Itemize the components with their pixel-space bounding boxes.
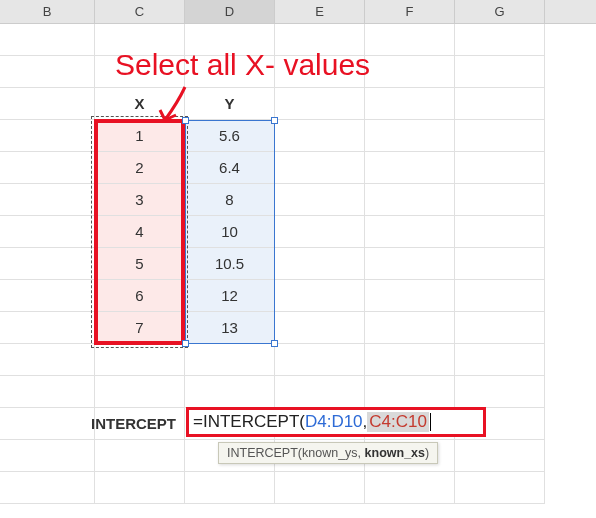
cell-C15[interactable] — [95, 472, 185, 504]
cell-B12[interactable] — [0, 376, 95, 408]
cell-G8[interactable] — [455, 248, 545, 280]
cell-B6[interactable] — [0, 184, 95, 216]
cell-C11[interactable] — [95, 344, 185, 376]
cell-G4[interactable] — [455, 120, 545, 152]
cell-B1[interactable] — [0, 24, 95, 56]
cell-B3[interactable] — [0, 88, 95, 120]
cell-E7[interactable] — [275, 216, 365, 248]
cell-D8[interactable]: 10.5 — [185, 248, 275, 280]
cell-D10[interactable]: 13 — [185, 312, 275, 344]
cell-D15[interactable] — [185, 472, 275, 504]
cell-G6[interactable] — [455, 184, 545, 216]
cell-D9[interactable]: 12 — [185, 280, 275, 312]
spreadsheet-grid[interactable]: B C D E F G X Y — [0, 0, 596, 518]
cell-B13[interactable] — [0, 408, 95, 440]
cell-E2[interactable] — [275, 56, 365, 88]
cell-F10[interactable] — [365, 312, 455, 344]
cell-B7[interactable] — [0, 216, 95, 248]
cell-G14[interactable] — [455, 440, 545, 472]
cell-D6[interactable]: 8 — [185, 184, 275, 216]
cell-C2[interactable] — [95, 56, 185, 88]
cell-C13-intercept-label[interactable]: INTERCEPT — [95, 408, 185, 440]
cell-F2[interactable] — [365, 56, 455, 88]
cell-C12[interactable] — [95, 376, 185, 408]
col-header-F[interactable]: F — [365, 0, 455, 23]
cell-F1[interactable] — [365, 24, 455, 56]
col-header-C[interactable]: C — [95, 0, 185, 23]
cell-C8[interactable]: 5 — [95, 248, 185, 280]
formula-input[interactable]: =INTERCEPT(D4:D10, C4:C10 — [186, 407, 486, 437]
cell-E1[interactable] — [275, 24, 365, 56]
row-3: X Y — [0, 88, 596, 120]
cell-E4[interactable] — [275, 120, 365, 152]
cell-B5[interactable] — [0, 152, 95, 184]
cell-B8[interactable] — [0, 248, 95, 280]
tooltip-arg1[interactable]: known_ys — [302, 446, 358, 460]
cell-D12[interactable] — [185, 376, 275, 408]
cell-B15[interactable] — [0, 472, 95, 504]
cell-F5[interactable] — [365, 152, 455, 184]
cell-E15[interactable] — [275, 472, 365, 504]
cell-D5[interactable]: 6.4 — [185, 152, 275, 184]
cell-B2[interactable] — [0, 56, 95, 88]
cell-C3-header-x[interactable]: X — [95, 88, 185, 120]
cell-C5[interactable]: 2 — [95, 152, 185, 184]
cell-C7[interactable]: 4 — [95, 216, 185, 248]
cell-F7[interactable] — [365, 216, 455, 248]
cell-G7[interactable] — [455, 216, 545, 248]
col-header-G[interactable]: G — [455, 0, 545, 23]
cell-G3[interactable] — [455, 88, 545, 120]
col-header-D[interactable]: D — [185, 0, 275, 23]
selection-handle-icon[interactable] — [271, 117, 278, 124]
cell-D1[interactable] — [185, 24, 275, 56]
cell-G11[interactable] — [455, 344, 545, 376]
cell-B9[interactable] — [0, 280, 95, 312]
cell-C1[interactable] — [95, 24, 185, 56]
cell-C14[interactable] — [95, 440, 185, 472]
cell-E11[interactable] — [275, 344, 365, 376]
selection-handle-icon[interactable] — [182, 340, 189, 347]
cell-G2[interactable] — [455, 56, 545, 88]
cell-G1[interactable] — [455, 24, 545, 56]
row-6: 3 8 — [0, 184, 596, 216]
cell-G15[interactable] — [455, 472, 545, 504]
col-header-E[interactable]: E — [275, 0, 365, 23]
cell-D4[interactable]: 5.6 — [185, 120, 275, 152]
cell-C10[interactable]: 7 — [95, 312, 185, 344]
cell-D3-header-y[interactable]: Y — [185, 88, 275, 120]
cell-F15[interactable] — [365, 472, 455, 504]
cell-E8[interactable] — [275, 248, 365, 280]
cell-E6[interactable] — [275, 184, 365, 216]
cell-G9[interactable] — [455, 280, 545, 312]
cell-F12[interactable] — [365, 376, 455, 408]
formula-tooltip[interactable]: INTERCEPT(known_ys, known_xs) — [218, 442, 438, 464]
cell-C9[interactable]: 6 — [95, 280, 185, 312]
cell-E5[interactable] — [275, 152, 365, 184]
cell-B14[interactable] — [0, 440, 95, 472]
cell-E3[interactable] — [275, 88, 365, 120]
cell-G12[interactable] — [455, 376, 545, 408]
cell-F4[interactable] — [365, 120, 455, 152]
cell-B10[interactable] — [0, 312, 95, 344]
cell-F3[interactable] — [365, 88, 455, 120]
cell-C6[interactable]: 3 — [95, 184, 185, 216]
cell-F8[interactable] — [365, 248, 455, 280]
selection-handle-icon[interactable] — [271, 340, 278, 347]
col-header-B[interactable]: B — [0, 0, 95, 23]
selection-handle-icon[interactable] — [182, 117, 189, 124]
cell-E12[interactable] — [275, 376, 365, 408]
cell-F9[interactable] — [365, 280, 455, 312]
cell-B11[interactable] — [0, 344, 95, 376]
tooltip-arg2[interactable]: known_xs — [365, 446, 425, 460]
cell-D2[interactable] — [185, 56, 275, 88]
cell-D7[interactable]: 10 — [185, 216, 275, 248]
cell-F11[interactable] — [365, 344, 455, 376]
cell-E9[interactable] — [275, 280, 365, 312]
cell-G5[interactable] — [455, 152, 545, 184]
cell-G10[interactable] — [455, 312, 545, 344]
cell-D11[interactable] — [185, 344, 275, 376]
cell-B4[interactable] — [0, 120, 95, 152]
cell-E10[interactable] — [275, 312, 365, 344]
cell-C4[interactable]: 1 — [95, 120, 185, 152]
cell-F6[interactable] — [365, 184, 455, 216]
